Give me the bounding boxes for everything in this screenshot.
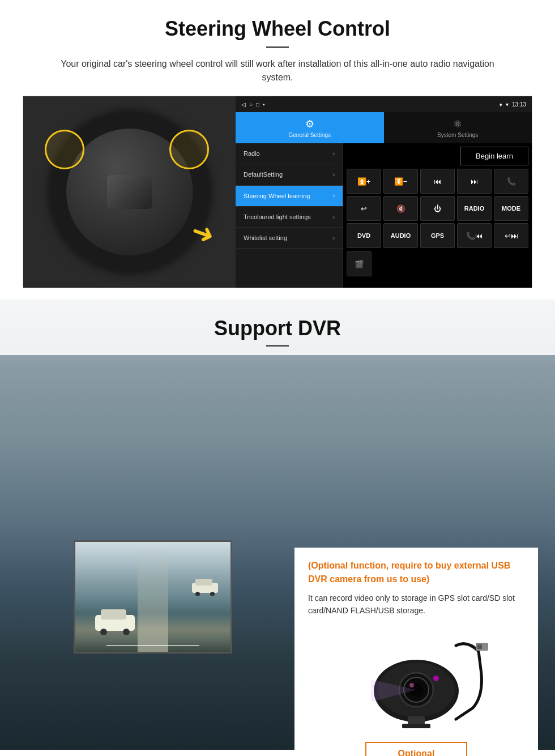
ctrl-power[interactable]: ⏻ bbox=[420, 196, 455, 221]
ctrl-audio[interactable]: AUDIO bbox=[383, 223, 418, 248]
dvr-title-area: Support DVR bbox=[0, 300, 555, 355]
begin-learn-row: Begin learn bbox=[347, 147, 528, 165]
chevron-icon: › bbox=[333, 151, 335, 157]
thumbnail-car-svg bbox=[92, 604, 138, 635]
cam-icon: ▪ bbox=[263, 101, 265, 108]
system-icon: ⚛ bbox=[453, 118, 462, 130]
page-title: Steering Wheel Control bbox=[23, 17, 532, 41]
dvr-camera-preview bbox=[74, 540, 232, 654]
ctrl-phone[interactable]: 📞 bbox=[494, 169, 528, 194]
svg-rect-18 bbox=[402, 724, 430, 728]
ctrl-vol-up[interactable]: ⏫+ bbox=[347, 169, 381, 194]
steering-wheel-section: Steering Wheel Control Your original car… bbox=[0, 0, 555, 300]
android-content: Radio › DefaultSetting › Steering Wheel … bbox=[236, 143, 532, 288]
chevron-icon: › bbox=[333, 214, 335, 220]
tab-general-label: General Settings bbox=[289, 132, 331, 138]
dvr-camera-area bbox=[308, 629, 524, 733]
ctrl-vol-down[interactable]: ⏬− bbox=[383, 169, 418, 194]
menu-item-steering[interactable]: Steering Wheel learning › bbox=[236, 186, 343, 207]
dvr-title: Support DVR bbox=[0, 317, 555, 340]
settings-gear-icon: ⚙ bbox=[305, 118, 314, 130]
svg-point-15 bbox=[409, 683, 414, 687]
menu-tricoloured-label: Tricoloured light settings bbox=[244, 213, 311, 221]
menu-steering-label: Steering Wheel learning bbox=[244, 192, 310, 200]
svg-point-16 bbox=[433, 676, 439, 681]
ctrl-mode[interactable]: MODE bbox=[494, 196, 528, 221]
ctrl-mute[interactable]: 🔇 bbox=[383, 196, 418, 221]
wifi-icon: ▾ bbox=[506, 101, 509, 108]
dvr-info-card: (Optional function, require to buy exter… bbox=[294, 548, 538, 756]
ctrl-next-track[interactable]: ⏭ bbox=[457, 169, 492, 194]
thumb-road bbox=[138, 542, 169, 652]
tab-general-settings[interactable]: ⚙ General Settings bbox=[236, 112, 384, 143]
menu-whitelist-label: Whitelist setting bbox=[244, 234, 287, 242]
android-statusbar: ◁ ○ □ ▪ ♦ ▾ 13:13 bbox=[236, 96, 532, 112]
tab-system-label: System Settings bbox=[437, 132, 478, 138]
steering-wheel-graphic: ➜ bbox=[33, 101, 226, 283]
menu-radio-label: Radio bbox=[244, 150, 260, 157]
svg-rect-1 bbox=[101, 609, 126, 620]
android-tabs: ⚙ General Settings ⚛ System Settings bbox=[236, 112, 532, 143]
menu-item-radio[interactable]: Radio › bbox=[236, 143, 343, 164]
control-buttons-grid: ⏫+ ⏬− ⏮ ⏭ 📞 ↩ 🔇 ⏻ RADIO MODE DVD AUDIO G… bbox=[347, 169, 528, 248]
begin-learn-button[interactable]: Begin learn bbox=[460, 147, 528, 165]
android-panel: ◁ ○ □ ▪ ♦ ▾ 13:13 ⚙ General Settings bbox=[236, 96, 532, 288]
menu-item-whitelist[interactable]: Whitelist setting › bbox=[236, 228, 343, 249]
nav-icons: ◁ ○ □ ▪ bbox=[241, 101, 265, 108]
location-icon: ♦ bbox=[500, 101, 502, 108]
menu-item-tricoloured[interactable]: Tricoloured light settings › bbox=[236, 207, 343, 228]
title-divider bbox=[266, 46, 289, 48]
support-dvr-section: Support DVR (Optional function, require … bbox=[0, 300, 555, 750]
dvr-description: It can record video only to storage in G… bbox=[308, 592, 524, 617]
menu-default-label: DefaultSetting bbox=[244, 170, 283, 178]
dvr-camera-graphic bbox=[343, 629, 490, 731]
status-info: ♦ ▾ 13:13 bbox=[500, 101, 526, 108]
highlight-circle-left bbox=[45, 130, 84, 169]
time-display: 13:13 bbox=[512, 101, 526, 108]
swc-demo-area: ➜ ◁ ○ □ ▪ ♦ ▾ 13:13 bbox=[23, 96, 532, 288]
steering-wheel-center bbox=[107, 175, 152, 209]
chevron-icon: › bbox=[333, 172, 335, 178]
dvr-optional-note: (Optional function, require to buy exter… bbox=[308, 559, 524, 586]
ctrl-back-next[interactable]: ↩⏭ bbox=[494, 223, 528, 248]
ctrl-dvd[interactable]: DVD bbox=[347, 223, 381, 248]
steering-wheel-photo: ➜ bbox=[23, 96, 236, 288]
ctrl-prev-track[interactable]: ⏮ bbox=[420, 169, 455, 194]
ctrl-back[interactable]: ↩ bbox=[347, 196, 381, 221]
svg-rect-9 bbox=[477, 644, 482, 649]
ctrl-extra[interactable]: 🎬 bbox=[347, 251, 372, 276]
menu-item-default[interactable]: DefaultSetting › bbox=[236, 164, 343, 185]
svg-rect-17 bbox=[408, 716, 425, 725]
svg-rect-5 bbox=[195, 579, 212, 586]
tab-system-settings[interactable]: ⚛ System Settings bbox=[384, 112, 532, 143]
thumbnail-car2-svg bbox=[191, 576, 219, 596]
dvr-title-divider bbox=[266, 345, 289, 347]
control-panel: Begin learn ⏫+ ⏬− ⏮ ⏭ 📞 ↩ 🔇 ⏻ RADIO MODE bbox=[343, 143, 532, 288]
ctrl-gps[interactable]: GPS bbox=[420, 223, 455, 248]
chevron-icon: › bbox=[333, 235, 335, 241]
home-icon: ○ bbox=[249, 101, 253, 108]
settings-menu-list: Radio › DefaultSetting › Steering Wheel … bbox=[236, 143, 343, 288]
ctrl-radio[interactable]: RADIO bbox=[457, 196, 492, 221]
chevron-icon: › bbox=[333, 193, 335, 199]
back-icon: ◁ bbox=[241, 101, 246, 108]
ctrl-phone-prev[interactable]: 📞⏮ bbox=[457, 223, 492, 248]
optional-function-button[interactable]: Optional Function bbox=[365, 742, 467, 756]
highlight-circle-right bbox=[169, 130, 209, 169]
recent-icon: □ bbox=[256, 101, 259, 108]
section-description: Your original car's steering wheel contr… bbox=[51, 57, 504, 84]
